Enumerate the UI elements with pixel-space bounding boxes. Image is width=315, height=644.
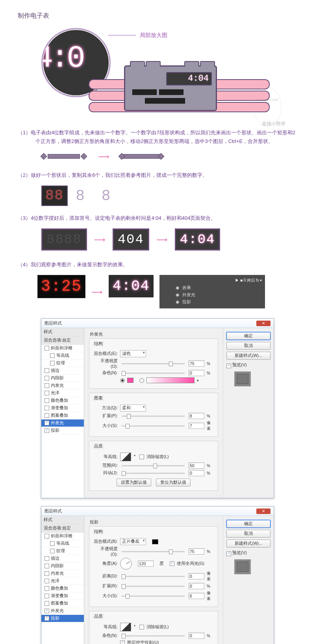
noise-slider[interactable] [122, 635, 185, 637]
style-pattern-overlay[interactable]: 图案叠加 [41, 412, 84, 419]
style-inner-glow[interactable]: 内发光 [41, 382, 84, 390]
size-slider[interactable] [122, 425, 185, 427]
close-icon[interactable]: ✕ [256, 321, 271, 326]
dialog-titlebar[interactable]: 图层样式 ✕ [41, 319, 274, 328]
style-satin[interactable]: 光泽 [41, 577, 84, 585]
checkbox[interactable] [44, 586, 49, 591]
color-swatch[interactable] [127, 378, 133, 383]
style-outer-glow[interactable]: 外发光 [41, 607, 84, 615]
close-icon[interactable]: ✕ [256, 509, 271, 514]
checkbox[interactable] [50, 549, 55, 553]
spread-value[interactable]: 8 [189, 413, 204, 419]
checkbox[interactable] [50, 541, 55, 546]
global-light-checkbox[interactable] [170, 561, 174, 566]
checkbox[interactable] [44, 398, 49, 403]
spread-slider[interactable] [122, 416, 185, 417]
noise-slider[interactable] [122, 373, 185, 374]
style-gradient-overlay[interactable]: 渐变叠加 [41, 592, 84, 600]
contour-swatch[interactable] [120, 453, 131, 461]
checkbox[interactable] [44, 368, 49, 373]
style-contour[interactable]: 等高线 [41, 540, 84, 547]
ok-button[interactable]: 确定 [226, 520, 271, 528]
style-drop-shadow[interactable]: 投影 [41, 615, 84, 622]
style-contour[interactable]: 等高线 [41, 352, 84, 360]
new-style-button[interactable]: 新建样式(W)... [226, 540, 271, 547]
blend-options[interactable]: 混合选项:自定 [41, 524, 84, 533]
style-inner-shadow[interactable]: 内阴影 [41, 375, 84, 382]
style-gradient-overlay[interactable]: 渐变叠加 [41, 405, 84, 412]
style-color-overlay[interactable]: 颜色叠加 [41, 397, 84, 405]
knockout-checkbox[interactable] [120, 640, 125, 644]
checkbox[interactable] [44, 406, 49, 410]
shadow-color-swatch[interactable] [152, 539, 158, 544]
gradient-swatch[interactable] [146, 377, 195, 383]
checkbox[interactable] [44, 556, 49, 561]
checkbox[interactable] [44, 376, 49, 380]
checkbox[interactable] [44, 594, 49, 598]
checkbox[interactable] [44, 428, 49, 433]
checkbox[interactable] [44, 601, 49, 606]
style-inner-shadow[interactable]: 内阴影 [41, 562, 84, 570]
antialias-checkbox[interactable] [139, 455, 144, 459]
reset-default-button[interactable]: 复位为默认值 [156, 479, 191, 486]
checkbox[interactable] [44, 413, 49, 418]
checkbox[interactable] [44, 616, 49, 621]
range-value[interactable]: 50 [189, 462, 204, 469]
noise-value[interactable]: 0 [189, 370, 204, 376]
new-style-button[interactable]: 新建样式(W)... [226, 352, 271, 360]
distance-slider[interactable] [122, 576, 185, 577]
checkbox[interactable] [44, 391, 49, 395]
style-outer-glow[interactable]: 外发光 [41, 419, 84, 427]
checkbox[interactable] [50, 361, 55, 366]
spread-slider[interactable] [122, 586, 185, 587]
size-value[interactable]: 7 [189, 423, 204, 429]
make-default-button[interactable]: 设置为默认值 [117, 479, 151, 486]
checkbox[interactable] [44, 609, 49, 613]
angle-dial[interactable] [120, 558, 132, 570]
contour-swatch[interactable] [120, 623, 131, 631]
opacity-slider[interactable] [122, 551, 185, 552]
style-texture[interactable]: 纹理 [41, 360, 84, 367]
opacity-value[interactable]: 75 [189, 548, 204, 555]
jitter-value[interactable]: 0 [189, 470, 204, 476]
blend-options[interactable]: 混合选项:自定 [41, 336, 84, 345]
checkbox[interactable] [44, 534, 49, 538]
angle-value[interactable]: 120 [138, 560, 154, 567]
distance-value[interactable]: 0 [189, 573, 204, 579]
checkbox[interactable] [44, 346, 49, 351]
checkbox[interactable] [50, 353, 55, 358]
style-satin[interactable]: 光泽 [41, 390, 84, 397]
color-radio[interactable] [120, 378, 125, 383]
size-slider[interactable] [122, 596, 185, 597]
style-texture[interactable]: 纹理 [41, 547, 84, 555]
blend-mode-dropdown[interactable]: 滤色 [120, 350, 146, 357]
checkbox[interactable] [44, 564, 49, 568]
dropdown-icon[interactable]: ▾ [197, 379, 199, 382]
cancel-button[interactable]: 取消 [226, 342, 271, 350]
ok-button[interactable]: 确定 [226, 332, 271, 340]
style-pattern-overlay[interactable]: 图案叠加 [41, 600, 84, 607]
blend-mode-dropdown[interactable]: 正片叠底 [120, 538, 146, 545]
spread-value[interactable]: 0 [189, 583, 204, 589]
style-color-overlay[interactable]: 颜色叠加 [41, 585, 84, 592]
style-stroke[interactable]: 描边 [41, 555, 84, 562]
checkbox[interactable] [44, 579, 49, 583]
preview-checkbox[interactable] [226, 364, 231, 368]
style-bevel[interactable]: 斜面和浮雕 [41, 345, 84, 352]
style-inner-glow[interactable]: 内发光 [41, 570, 84, 577]
size-value[interactable]: 6 [189, 593, 204, 599]
range-slider[interactable] [122, 465, 185, 466]
style-drop-shadow[interactable]: 投影 [41, 427, 84, 434]
antialias-checkbox[interactable] [139, 625, 144, 629]
noise-value[interactable]: 0 [189, 633, 204, 639]
opacity-slider[interactable] [122, 363, 185, 364]
opacity-value[interactable]: 75 [189, 360, 204, 367]
dialog-titlebar[interactable]: 图层样式 ✕ [41, 507, 274, 516]
preview-checkbox[interactable] [226, 551, 231, 556]
checkbox[interactable] [44, 383, 49, 388]
style-stroke[interactable]: 描边 [41, 367, 84, 375]
style-bevel[interactable]: 斜面和浮雕 [41, 533, 84, 540]
jitter-slider[interactable] [122, 473, 185, 474]
checkbox[interactable] [44, 571, 49, 576]
method-dropdown[interactable]: 柔和 [120, 405, 146, 412]
